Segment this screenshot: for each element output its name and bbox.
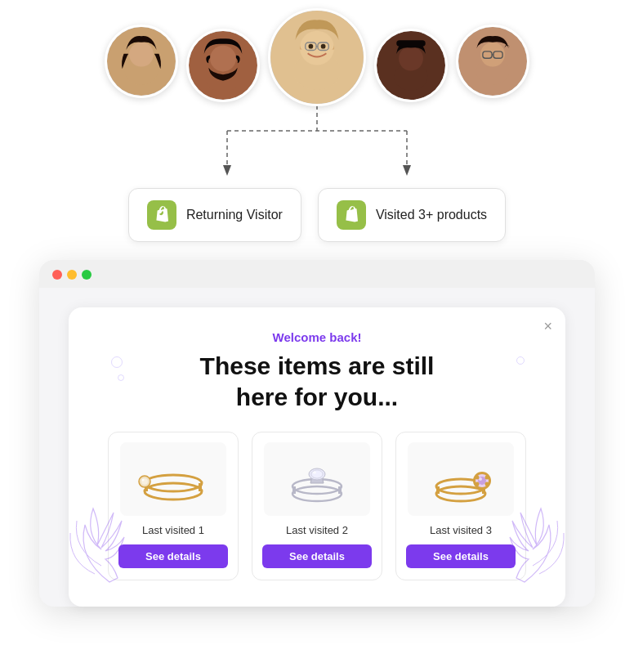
see-details-btn-2[interactable]: See details: [262, 544, 372, 568]
browser-dot-green: [82, 270, 92, 280]
product-card-1: Last visited 1 See details: [108, 432, 239, 580]
svg-point-9: [309, 44, 314, 49]
deco-leaves-right: [508, 484, 574, 590]
arrows-section: [0, 98, 634, 188]
condition-card-returning: Returning Visitor: [128, 188, 301, 242]
svg-rect-42: [338, 486, 342, 494]
condition-label-1: Returning Visitor: [186, 208, 283, 222]
avatar-4: [374, 29, 448, 102]
svg-point-45: [311, 470, 323, 478]
product-image-3: [408, 442, 514, 516]
svg-rect-35: [199, 483, 202, 491]
svg-point-16: [399, 47, 423, 71]
deco-circle-1: [111, 356, 123, 368]
conditions-row: Returning Visitor Visited 3+ products: [0, 188, 634, 242]
svg-rect-49: [436, 486, 440, 494]
svg-marker-29: [403, 165, 411, 176]
see-details-btn-1[interactable]: See details: [118, 544, 228, 568]
svg-point-58: [485, 482, 489, 486]
svg-point-57: [476, 482, 480, 486]
product-label-2: Last visited 2: [286, 524, 348, 536]
svg-point-2: [129, 43, 154, 67]
product-card-2: Last visited 2 See details: [252, 432, 382, 580]
popup-subtitle: Welcome back!: [95, 330, 539, 344]
see-details-btn-3[interactable]: See details: [406, 544, 516, 568]
svg-point-5: [210, 46, 236, 72]
avatar-1: [105, 25, 178, 98]
product-image-2: [264, 442, 370, 516]
avatar-5: [456, 25, 529, 98]
svg-point-46: [313, 472, 316, 474]
svg-point-55: [476, 476, 480, 480]
close-button[interactable]: ×: [543, 319, 552, 334]
product-label-1: Last visited 1: [142, 524, 204, 536]
deco-circle-2: [118, 374, 124, 381]
browser-dot-yellow: [67, 270, 77, 280]
popup-card: × Welcome back! These items are stillher…: [69, 307, 565, 607]
svg-marker-28: [223, 165, 231, 176]
avatars-section: [0, 0, 634, 106]
svg-rect-41: [292, 486, 296, 494]
product-image-1: [120, 442, 226, 516]
deco-leaves-left: [60, 484, 126, 590]
svg-point-38: [142, 479, 145, 482]
svg-point-54: [479, 477, 482, 481]
svg-point-53: [478, 477, 486, 485]
product-label-3: Last visited 3: [430, 524, 492, 536]
condition-card-visited: Visited 3+ products: [318, 188, 506, 242]
browser-bar: [39, 260, 595, 288]
condition-label-2: Visited 3+ products: [376, 208, 487, 222]
products-row: Last visited 1 See details: [95, 432, 539, 580]
avatar-2: [186, 29, 260, 102]
popup-title: These items are stillhere for you...: [95, 351, 539, 412]
deco-circle-3: [516, 356, 525, 365]
browser-dot-red: [52, 270, 62, 280]
shopify-icon-2: [337, 200, 366, 230]
svg-point-56: [485, 476, 489, 480]
svg-rect-17: [396, 40, 425, 46]
browser-window: × Welcome back! These items are stillher…: [39, 260, 595, 607]
avatar-3: [268, 8, 366, 106]
shopify-icon-1: [147, 200, 176, 230]
product-card-3: Last visited 3 See details: [395, 432, 526, 580]
svg-point-10: [321, 44, 326, 49]
